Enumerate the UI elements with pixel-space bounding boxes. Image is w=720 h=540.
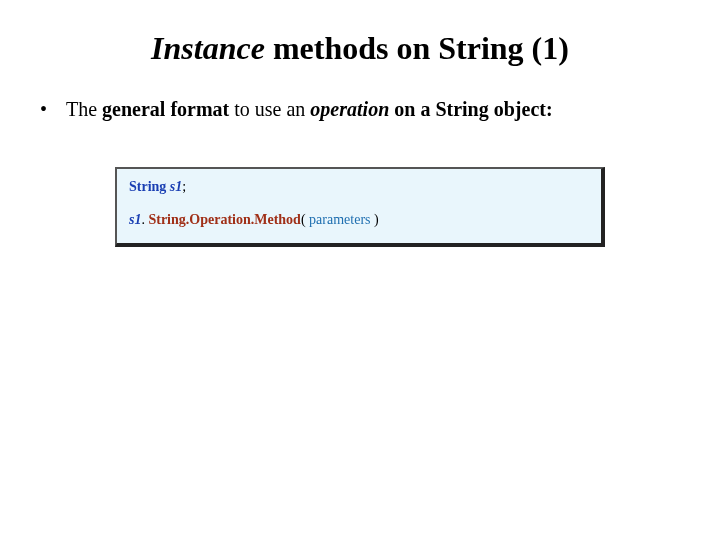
bullet-suffix: on a String object: — [389, 98, 552, 120]
code-semicolon: ; — [182, 179, 186, 194]
code-parameters: parameters — [309, 212, 370, 227]
code-blank-line — [129, 198, 589, 212]
code-close-paren: ) — [371, 212, 379, 227]
bullet-item: • The general format to use an operation… — [40, 97, 680, 121]
code-method-name: String.Operation.Method — [148, 212, 300, 227]
code-var-s1-2: s1 — [129, 212, 141, 227]
code-line-1: String s1; — [129, 179, 589, 196]
code-box-wrap: String s1; s1. String.Operation.Method( … — [40, 167, 680, 247]
code-box: String s1; s1. String.Operation.Method( … — [115, 167, 605, 247]
bullet-marker: • — [40, 97, 66, 121]
bullet-prefix: The — [66, 98, 102, 120]
title-rest: methods on String (1) — [265, 30, 569, 66]
slide: Instance methods on String (1) • The gen… — [0, 0, 720, 540]
bullet-general-format: general format — [102, 98, 229, 120]
bullet-mid: to use an — [229, 98, 310, 120]
slide-title: Instance methods on String (1) — [40, 30, 680, 67]
bullet-text: The general format to use an operation o… — [66, 97, 553, 121]
bullet-operation-word: operation — [310, 98, 389, 120]
code-open-paren: ( — [301, 212, 309, 227]
title-instance-word: Instance — [151, 30, 265, 66]
code-var-s1: s1 — [170, 179, 182, 194]
code-keyword-string: String — [129, 179, 166, 194]
code-line-2: s1. String.Operation.Method( parameters … — [129, 212, 589, 229]
